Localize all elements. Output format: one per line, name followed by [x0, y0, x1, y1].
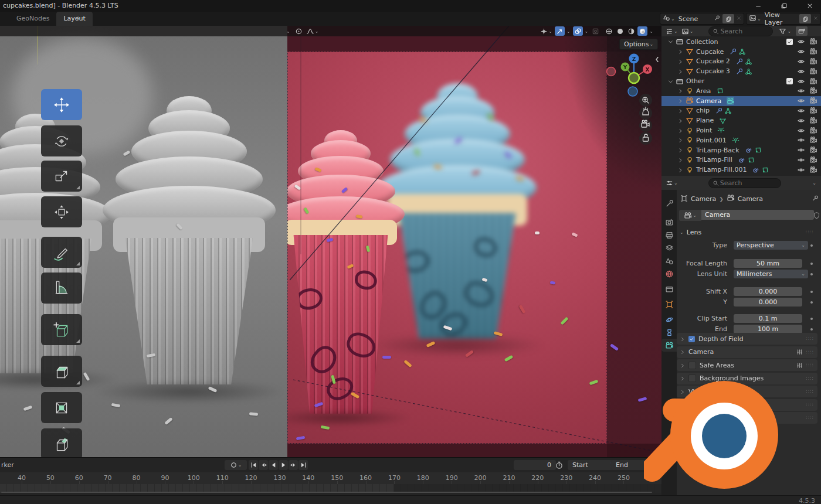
tool-inset-faces-button[interactable] — [41, 392, 82, 423]
hide-render-camera-icon[interactable] — [809, 38, 817, 46]
outliner-row[interactable]: Point.001 — [661, 135, 821, 145]
play-reverse-button[interactable] — [269, 460, 278, 470]
play-button[interactable] — [279, 460, 288, 470]
outliner-row[interactable]: Camera — [661, 96, 821, 106]
outliner-row[interactable]: Collection — [661, 37, 821, 47]
hide-viewport-eye-icon[interactable] — [797, 97, 805, 105]
outliner-row[interactable]: chip — [661, 106, 821, 116]
outliner-row[interactable]: Other — [661, 76, 821, 86]
chevron-right-icon[interactable] — [677, 137, 686, 144]
hide-viewport-eye-icon[interactable] — [797, 77, 805, 86]
timeline-ruler[interactable]: 4050607080901001101201301401501601701801… — [0, 472, 661, 484]
animate-property-dot[interactable] — [810, 244, 813, 247]
hide-render-camera-icon[interactable] — [809, 117, 817, 125]
chevron-right-icon[interactable] — [677, 127, 686, 134]
presets-icon[interactable] — [796, 348, 803, 356]
shading-wireframe-icon[interactable] — [604, 26, 614, 36]
hide-viewport-eye-icon[interactable] — [797, 166, 805, 174]
add-workspace-button[interactable]: + — [73, 12, 83, 26]
hide-render-camera-icon[interactable] — [809, 127, 817, 135]
timeline-channels[interactable] — [0, 484, 661, 493]
lens-unit-field[interactable]: Millimeters⌄ — [734, 270, 808, 278]
properties-tab-constraints[interactable] — [661, 326, 677, 339]
xray-toggle-icon[interactable] — [591, 26, 601, 36]
properties-tab-world[interactable] — [661, 267, 677, 280]
animate-property-dot[interactable] — [810, 273, 813, 275]
new-collection-icon[interactable] — [796, 26, 808, 36]
type-field[interactable]: Perspective⌄ — [734, 241, 808, 250]
properties-tab-output[interactable] — [661, 229, 677, 241]
outliner-row[interactable]: Cupcake — [661, 47, 821, 57]
gizmos-toggle-icon[interactable] — [555, 26, 565, 36]
outliner-row[interactable]: TriLamp-Back — [661, 145, 821, 155]
overlays-toggle-icon[interactable] — [573, 26, 583, 36]
hide-render-camera-icon[interactable] — [809, 47, 817, 56]
animate-property-dot[interactable] — [810, 291, 813, 293]
chevron-right-icon[interactable] — [677, 147, 686, 154]
filter-icon[interactable]: ⌄ — [778, 26, 792, 36]
editor-type-properties-icon[interactable]: ⌄ — [664, 178, 679, 188]
y-field[interactable]: 0.000 — [734, 298, 802, 307]
outliner-search[interactable] — [708, 26, 773, 36]
new-view-layer-icon[interactable] — [799, 14, 811, 23]
properties-tab-collection[interactable] — [661, 282, 677, 295]
collection-checkbox[interactable] — [786, 39, 793, 45]
chevron-right-icon[interactable] — [677, 67, 686, 75]
hide-render-camera-icon[interactable] — [809, 146, 817, 154]
options-button[interactable]: Options⌄ — [619, 39, 658, 50]
properties-search[interactable] — [708, 178, 781, 188]
section-camera[interactable]: Camera∷∷ — [677, 346, 817, 358]
prev-keyframe-button[interactable] — [259, 460, 268, 470]
tool-scale-button[interactable] — [41, 161, 82, 192]
tool-bevel-button[interactable] — [41, 428, 82, 457]
properties-tab-tool[interactable] — [661, 197, 677, 210]
scene-selector[interactable]: ⌄ Scene — [660, 13, 744, 25]
camera-datablock-selector[interactable]: ⌄ — [679, 210, 701, 221]
outliner-row[interactable]: TriLamp-Fill — [661, 155, 821, 165]
hide-viewport-eye-icon[interactable] — [797, 127, 805, 135]
hide-render-camera-icon[interactable] — [809, 87, 817, 95]
shading-material-icon[interactable] — [626, 26, 636, 36]
jump-end-button[interactable] — [298, 460, 308, 470]
properties-tab-view-layer[interactable] — [661, 241, 677, 254]
outliner-row[interactable]: Area — [661, 86, 821, 96]
workspace-tab-geonodes[interactable]: GeoNodes — [9, 12, 56, 26]
chevron-right-icon[interactable] — [677, 48, 686, 56]
section-depth-of-field[interactable]: Depth of Field∷∷ — [677, 333, 817, 345]
3d-viewport[interactable]: ⌄ ⌄ ⌄ ⌄ ⌄ — [0, 26, 661, 457]
end-field[interactable]: 100 m — [734, 325, 802, 333]
close-icon[interactable] — [800, 0, 820, 12]
animate-property-dot[interactable] — [810, 328, 813, 331]
proportional-editing-icon[interactable] — [294, 26, 304, 36]
new-scene-icon[interactable] — [722, 14, 734, 23]
hide-viewport-eye-icon[interactable] — [797, 117, 805, 125]
shading-rendered-icon[interactable] — [637, 26, 647, 36]
next-keyframe-button[interactable] — [289, 460, 298, 470]
hide-viewport-eye-icon[interactable] — [797, 87, 805, 95]
marker-menu[interactable]: rker — [1, 461, 14, 469]
breadcrumb-data[interactable]: Camera — [738, 195, 763, 203]
pin-icon[interactable] — [812, 194, 819, 202]
animate-property-dot[interactable] — [810, 301, 813, 304]
outliner-display-mode-icon[interactable]: ⌄ — [680, 26, 695, 36]
hide-render-camera-icon[interactable] — [809, 136, 817, 144]
hide-viewport-eye-icon[interactable] — [797, 107, 805, 115]
falloff-curve-icon[interactable]: ⌄ — [305, 26, 320, 36]
navigation-gizmo[interactable]: Z Y X — [604, 52, 660, 151]
properties-tab-object[interactable] — [661, 298, 677, 311]
jump-start-button[interactable] — [249, 460, 258, 470]
chevron-right-icon[interactable] — [677, 156, 686, 164]
hide-viewport-eye-icon[interactable] — [797, 136, 805, 144]
hide-render-camera-icon[interactable] — [809, 166, 817, 174]
properties-search-input[interactable] — [719, 179, 768, 188]
tool-transform-button[interactable] — [41, 196, 82, 227]
properties-tab-physics[interactable] — [661, 313, 677, 326]
chevron-down-icon[interactable]: ⌄ — [286, 29, 290, 34]
datablock-name-field[interactable] — [701, 210, 814, 220]
section-safe-areas[interactable]: Safe Areas∷∷ — [677, 359, 817, 371]
minimize-button[interactable] — [748, 0, 768, 12]
chevron-right-icon[interactable] — [677, 117, 686, 124]
clip-start-field[interactable]: 0.1 m — [734, 314, 802, 323]
outliner-search-input[interactable] — [719, 27, 768, 36]
focal-length-field[interactable]: 50 mm — [734, 259, 802, 268]
